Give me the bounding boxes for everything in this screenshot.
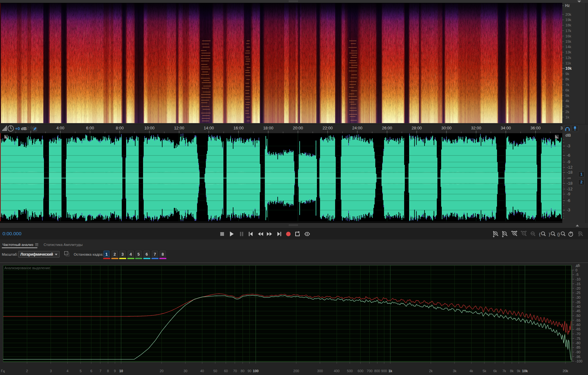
svg-text:17k: 17k (565, 29, 571, 33)
svg-text:1k: 1k (388, 369, 393, 373)
svg-text:dB: dB (21, 126, 27, 131)
svg-text:-55: -55 (575, 318, 580, 322)
svg-text:3k: 3k (565, 104, 569, 108)
svg-text:4k: 4k (565, 99, 569, 103)
svg-text:28:00: 28:00 (412, 126, 422, 130)
svg-text:50: 50 (213, 369, 217, 373)
svg-text:-60: -60 (575, 323, 580, 327)
svg-text:3: 3 (50, 369, 52, 373)
svg-text:+0: +0 (15, 126, 20, 131)
svg-text:-85: -85 (575, 345, 580, 349)
svg-text:20:00: 20:00 (293, 126, 303, 130)
svg-text:-75: -75 (575, 337, 580, 340)
svg-text:10:00: 10:00 (144, 126, 155, 130)
svg-text:-90: -90 (575, 350, 580, 354)
svg-text:9: 9 (114, 369, 116, 373)
svg-text:7k: 7k (502, 369, 506, 373)
svg-text:16:00: 16:00 (233, 126, 244, 130)
svg-text:-12: -12 (567, 187, 573, 191)
svg-text:60: 60 (224, 369, 228, 373)
svg-text:6:00: 6:00 (86, 126, 94, 130)
svg-text:-10: -10 (575, 277, 580, 281)
svg-text:4k: 4k (469, 369, 473, 373)
svg-text:-95: -95 (575, 355, 580, 359)
svg-text:-6: -6 (567, 153, 570, 158)
svg-text:-40: -40 (575, 305, 580, 308)
svg-text:20k: 20k (565, 13, 571, 16)
svg-text:}: } (549, 232, 550, 236)
svg-text:16k: 16k (565, 34, 571, 38)
svg-text:14:00: 14:00 (204, 126, 214, 130)
svg-text:-70: -70 (575, 332, 580, 336)
svg-text:3: 3 (560, 126, 563, 130)
svg-text:2: 2 (26, 369, 28, 373)
svg-text:6k: 6k (565, 88, 569, 92)
svg-text:дБ: дБ (576, 264, 580, 267)
svg-text:-3: -3 (567, 144, 570, 148)
svg-text:Анализированое выделение: Анализированое выделение (4, 266, 50, 270)
svg-text:2: 2 (580, 180, 583, 184)
svg-text:Гц: Гц (1, 369, 5, 373)
svg-text:1k: 1k (565, 115, 569, 119)
svg-text:40: 40 (200, 369, 204, 373)
svg-text:0: 0 (575, 268, 577, 272)
svg-text:11k: 11k (565, 61, 571, 65)
svg-text:-12: -12 (567, 165, 573, 170)
svg-text:8:00: 8:00 (116, 126, 124, 130)
svg-text:-∞: -∞ (567, 176, 571, 180)
svg-text:-18: -18 (567, 181, 573, 186)
svg-text:30:00: 30:00 (441, 126, 452, 130)
svg-text:-9: -9 (567, 192, 570, 196)
svg-text:-3: -3 (567, 208, 570, 212)
svg-text:20: 20 (160, 369, 163, 373)
svg-text:7k: 7k (565, 83, 569, 87)
svg-text:24:00: 24:00 (352, 126, 363, 130)
svg-text:10: 10 (119, 369, 123, 373)
svg-text:500: 500 (347, 369, 353, 373)
svg-text:9k: 9k (565, 72, 569, 76)
svg-text:5: 5 (80, 369, 82, 373)
svg-text:-6: -6 (567, 198, 570, 203)
svg-text:600: 600 (358, 369, 363, 373)
svg-text:80: 80 (241, 369, 244, 373)
svg-text:-30: -30 (575, 296, 580, 299)
svg-text:800: 800 (374, 369, 380, 373)
svg-text:9k: 9k (517, 369, 521, 373)
svg-text:900: 900 (381, 369, 387, 373)
svg-text:400: 400 (334, 369, 339, 373)
svg-text:-20: -20 (575, 286, 580, 290)
svg-text:4:00: 4:00 (56, 126, 64, 130)
svg-text:12:00: 12:00 (174, 126, 184, 130)
svg-text:3k: 3k (453, 369, 457, 373)
svg-text:6k: 6k (493, 369, 497, 373)
svg-text:-25: -25 (575, 291, 580, 295)
svg-text:18:00: 18:00 (263, 126, 274, 130)
svg-text:-45: -45 (575, 309, 580, 313)
svg-text:-5: -5 (575, 273, 579, 276)
svg-text:18k: 18k (565, 23, 571, 27)
svg-text:-35: -35 (575, 300, 580, 304)
svg-text:36:00: 36:00 (530, 126, 541, 130)
svg-text:300: 300 (317, 369, 323, 373)
svg-text:{}: {} (557, 232, 560, 236)
svg-text:7: 7 (99, 369, 101, 373)
svg-text:-15: -15 (575, 282, 580, 286)
svg-text:dB: dB (565, 133, 571, 138)
svg-text:8k: 8k (565, 77, 569, 81)
svg-text:13k: 13k (565, 50, 571, 54)
svg-text:14k: 14k (565, 45, 571, 49)
svg-text:5k: 5k (565, 94, 569, 97)
svg-text:200: 200 (293, 369, 299, 373)
svg-text:5k: 5k (483, 369, 486, 373)
svg-text:700: 700 (367, 369, 372, 373)
svg-text:22:00: 22:00 (323, 126, 333, 130)
svg-text:-80: -80 (575, 341, 580, 345)
svg-text:32:00: 32:00 (471, 126, 481, 130)
svg-text:30: 30 (184, 369, 187, 373)
svg-text:8: 8 (107, 369, 109, 373)
svg-text:4: 4 (67, 369, 68, 373)
svg-text:19k: 19k (565, 18, 571, 22)
svg-text:100: 100 (253, 369, 259, 373)
svg-text:2k: 2k (429, 369, 433, 373)
svg-text:-65: -65 (575, 327, 580, 331)
